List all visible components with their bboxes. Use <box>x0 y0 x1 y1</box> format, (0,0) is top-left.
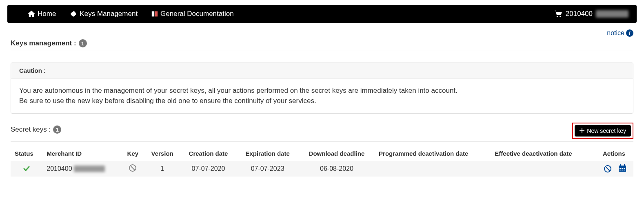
cell-actions <box>592 161 633 177</box>
col-expiration: Expiration date <box>236 147 299 161</box>
col-creation: Creation date <box>180 147 237 161</box>
cell-prog-deact <box>375 161 491 177</box>
cell-eff-deact <box>491 161 592 177</box>
svg-rect-11 <box>620 170 621 170</box>
status-active-icon <box>23 165 30 173</box>
top-navbar: Home Keys Management General Documentati… <box>7 5 637 23</box>
nav-general-documentation[interactable]: General Documentation <box>151 10 234 18</box>
new-secret-key-button[interactable]: New secret key <box>575 125 631 137</box>
secret-keys-table: Status Merchant ID Key Version Creation … <box>11 147 633 177</box>
secret-keys-header-row: Secret keys : 1 New secret key <box>11 123 633 139</box>
svg-rect-13 <box>624 170 625 170</box>
svg-rect-15 <box>624 164 625 166</box>
caution-line-1: You are autonomous in the management of … <box>19 86 625 96</box>
merchant-id-prefix: 2010400 <box>47 165 72 172</box>
col-eff-deact: Effective deactivation date <box>491 147 592 161</box>
notice-row: notice i <box>11 27 633 38</box>
nav-merchant-selector[interactable]: 2010400 <box>554 10 628 18</box>
cell-creation: 07-07-2020 <box>180 161 237 177</box>
calendar-icon <box>619 164 626 172</box>
plus-icon <box>580 128 584 133</box>
cell-merchant-id: 2010400 <box>42 161 121 177</box>
col-prog-deact: Programmed deactivation date <box>375 147 491 161</box>
svg-rect-5 <box>580 130 584 131</box>
keys-management-title-text: Keys management : <box>11 39 76 47</box>
svg-point-3 <box>560 16 561 17</box>
nav-home-label: Home <box>38 10 56 18</box>
gear-icon <box>70 10 77 18</box>
caution-title: Caution : <box>11 63 633 78</box>
nav-doc-label: General Documentation <box>160 10 234 18</box>
cell-expiration: 07-07-2023 <box>236 161 299 177</box>
deactivate-key-action[interactable] <box>604 165 611 172</box>
col-version: Version <box>144 147 180 161</box>
svg-rect-10 <box>624 168 625 169</box>
table-head: Status Merchant ID Key Version Creation … <box>11 147 633 161</box>
col-download: Download deadline <box>299 147 375 161</box>
book-icon <box>151 11 158 17</box>
secret-keys-title: Secret keys : 1 <box>11 125 61 134</box>
col-merchant-id: Merchant ID <box>42 147 121 161</box>
secret-keys-title-text: Secret keys : <box>11 125 51 134</box>
keys-management-title: Keys management : 1 <box>11 39 633 47</box>
col-actions: Actions <box>592 147 633 161</box>
new-secret-key-label: New secret key <box>587 128 626 134</box>
cell-download: 06-08-2020 <box>299 161 375 177</box>
svg-rect-0 <box>152 11 154 17</box>
caution-panel: Caution : You are autonomous in the mana… <box>11 63 633 114</box>
divider <box>11 141 633 142</box>
merchant-id-masked <box>74 166 105 172</box>
info-icon: i <box>626 29 633 37</box>
caution-body: You are autonomous in the management of … <box>11 78 633 113</box>
col-status: Status <box>11 147 42 161</box>
svg-rect-8 <box>620 168 621 169</box>
secret-keys-count: 1 <box>53 125 61 134</box>
nav-merchant-masked <box>596 10 628 18</box>
col-key: Key <box>121 147 144 161</box>
new-secret-key-highlight: New secret key <box>572 123 633 139</box>
key-unavailable-icon <box>129 164 136 172</box>
home-icon <box>28 11 35 17</box>
svg-rect-9 <box>622 168 623 169</box>
notice-label: notice <box>607 29 624 37</box>
nav-home[interactable]: Home <box>28 10 56 18</box>
nav-keys-management[interactable]: Keys Management <box>70 10 138 18</box>
svg-rect-12 <box>622 170 623 170</box>
caution-line-2: Be sure to use the new key before disabl… <box>19 96 625 106</box>
nav-keys-label: Keys Management <box>80 10 138 18</box>
nav-left-group: Home Keys Management General Documentati… <box>28 10 234 18</box>
svg-rect-1 <box>155 11 158 17</box>
cell-key <box>121 161 144 177</box>
cell-version: 1 <box>144 161 180 177</box>
divider <box>11 51 633 51</box>
notice-link[interactable]: notice i <box>607 29 633 37</box>
cart-icon <box>554 10 562 18</box>
keys-management-count: 1 <box>79 39 87 47</box>
svg-rect-14 <box>620 164 621 166</box>
svg-rect-7 <box>619 166 626 167</box>
nav-merchant-prefix: 2010400 <box>566 10 593 18</box>
page-content: notice i Keys management : 1 Caution : Y… <box>0 23 644 185</box>
table-row: 2010400 1 07-07-2020 07-07-2023 06-08-20… <box>11 161 633 177</box>
cell-status <box>11 161 42 177</box>
svg-point-2 <box>557 16 558 17</box>
schedule-deactivation-action[interactable] <box>619 164 626 173</box>
